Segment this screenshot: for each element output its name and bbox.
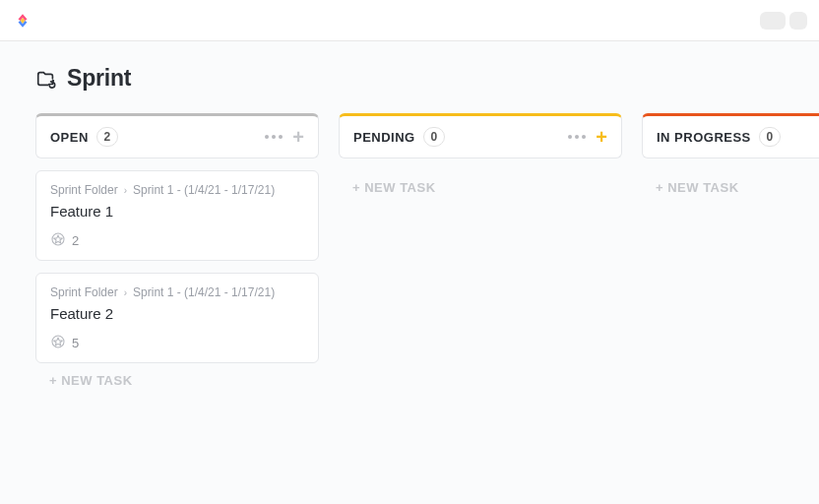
chevron-right-icon: › bbox=[124, 287, 127, 298]
column-header-in-progress[interactable]: IN PROGRESS 0 bbox=[642, 113, 819, 158]
column-pending: PENDING 0 + + NEW TASK bbox=[339, 113, 622, 398]
column-count-badge: 0 bbox=[423, 127, 445, 147]
card-points: 5 bbox=[50, 334, 304, 352]
column-in-progress: IN PROGRESS 0 + NEW TASK bbox=[642, 113, 819, 398]
card-points: 2 bbox=[50, 231, 304, 250]
column-header-open[interactable]: OPEN 2 + bbox=[35, 113, 319, 158]
column-actions: + bbox=[568, 127, 607, 147]
page-title-row: Sprint bbox=[35, 65, 819, 92]
points-icon bbox=[50, 334, 66, 352]
chevron-right-icon: › bbox=[124, 185, 127, 196]
more-icon[interactable] bbox=[568, 135, 586, 139]
column-label: IN PROGRESS bbox=[657, 130, 751, 145]
card-breadcrumb: Sprint Folder › Sprint 1 - (1/4/21 - 1/1… bbox=[50, 183, 304, 197]
topbar-right bbox=[760, 12, 807, 30]
column-open: OPEN 2 + Sprint Folder › Sprint 1 - (1/4… bbox=[35, 113, 319, 398]
app-logo-icon bbox=[14, 12, 32, 30]
breadcrumb-folder: Sprint Folder bbox=[50, 183, 118, 197]
cards-open: Sprint Folder › Sprint 1 - (1/4/21 - 1/1… bbox=[35, 170, 319, 363]
add-task-icon[interactable]: + bbox=[292, 127, 304, 147]
column-label: OPEN bbox=[50, 130, 89, 145]
topbar bbox=[0, 0, 819, 41]
breadcrumb-sprint: Sprint 1 - (1/4/21 - 1/17/21) bbox=[133, 183, 275, 197]
column-count-badge: 0 bbox=[759, 127, 781, 147]
sprint-folder-icon bbox=[35, 68, 57, 90]
topbar-placeholder bbox=[760, 12, 786, 30]
new-task-button[interactable]: + NEW TASK bbox=[642, 170, 819, 205]
breadcrumb-folder: Sprint Folder bbox=[50, 285, 118, 299]
topbar-placeholder bbox=[789, 12, 807, 30]
breadcrumb-sprint: Sprint 1 - (1/4/21 - 1/17/21) bbox=[133, 285, 275, 299]
add-task-icon[interactable]: + bbox=[596, 127, 607, 147]
points-value: 5 bbox=[72, 336, 79, 350]
column-label: PENDING bbox=[353, 130, 415, 145]
content: Sprint OPEN 2 + Sprint Folder › bbox=[0, 41, 819, 504]
points-icon bbox=[50, 231, 66, 250]
column-count-badge: 2 bbox=[96, 127, 118, 147]
card-breadcrumb: Sprint Folder › Sprint 1 - (1/4/21 - 1/1… bbox=[50, 285, 304, 299]
points-value: 2 bbox=[72, 233, 79, 248]
page-title: Sprint bbox=[67, 65, 131, 92]
new-task-button[interactable]: + NEW TASK bbox=[339, 170, 622, 205]
board: OPEN 2 + Sprint Folder › Sprint 1 - (1/4… bbox=[35, 113, 819, 398]
task-card[interactable]: Sprint Folder › Sprint 1 - (1/4/21 - 1/1… bbox=[35, 170, 319, 261]
card-title: Feature 2 bbox=[50, 305, 304, 322]
card-title: Feature 1 bbox=[50, 203, 304, 220]
task-card[interactable]: Sprint Folder › Sprint 1 - (1/4/21 - 1/1… bbox=[35, 273, 319, 363]
more-icon[interactable] bbox=[265, 135, 283, 139]
column-header-pending[interactable]: PENDING 0 + bbox=[339, 113, 622, 158]
column-actions: + bbox=[265, 127, 304, 147]
new-task-button[interactable]: + NEW TASK bbox=[35, 363, 319, 398]
